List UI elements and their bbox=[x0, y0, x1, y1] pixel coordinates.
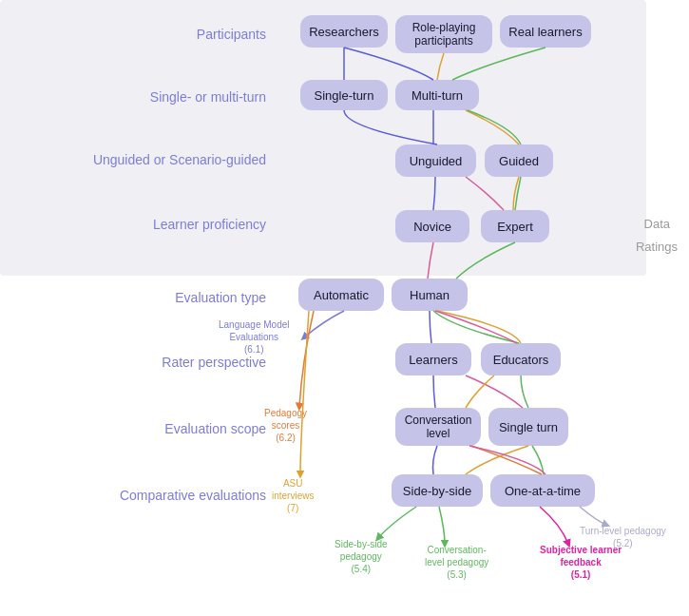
node-single-turn: Single-turn bbox=[300, 80, 388, 110]
node-educators: Educators bbox=[481, 343, 561, 375]
node-conversation-level: Conversationlevel bbox=[395, 408, 481, 446]
annot-turn-pedagogy: Turn-level pedagogy(5.2) bbox=[580, 525, 666, 549]
node-unguided: Unguided bbox=[395, 144, 476, 177]
node-novice: Novice bbox=[395, 210, 469, 242]
node-one-at-a-time: One-at-a-time bbox=[490, 474, 595, 507]
label-ratings: Ratings bbox=[636, 240, 678, 254]
label-data: Data bbox=[644, 217, 670, 231]
label-participants: Participants bbox=[10, 27, 266, 42]
annot-lm-eval: Language ModelEvaluations(6.1) bbox=[219, 318, 290, 356]
annot-asu-interviews: ASUinterviews(7) bbox=[272, 477, 314, 514]
annot-pedagogy-scores: Pedagogyscores(6.2) bbox=[264, 407, 307, 444]
node-expert: Expert bbox=[481, 210, 549, 242]
label-comparative: Comparative evaluations bbox=[10, 488, 266, 503]
annot-side-pedagogy: Side-by-sidepedagogy(5.4) bbox=[335, 538, 388, 575]
node-roleplaying: Role-playingparticipants bbox=[395, 15, 492, 53]
label-eval-scope: Evaluation scope bbox=[10, 421, 266, 436]
label-learner-proficiency: Learner proficiency bbox=[10, 217, 266, 232]
node-researchers: Researchers bbox=[300, 15, 388, 48]
annot-conv-pedagogy: Conversation-level pedagogy(5.3) bbox=[425, 544, 488, 581]
node-guided: Guided bbox=[485, 144, 553, 177]
label-single-multi: Single- or multi-turn bbox=[10, 89, 266, 105]
label-rater-perspective: Rater perspective bbox=[10, 355, 266, 370]
node-single-turn2: Single turn bbox=[488, 408, 568, 446]
node-automatic: Automatic bbox=[298, 279, 384, 311]
label-eval-type: Evaluation type bbox=[10, 290, 266, 305]
node-human: Human bbox=[392, 279, 468, 311]
diagram-container: Participants Single- or multi-turn Ungui… bbox=[0, 0, 689, 616]
node-multi-turn: Multi-turn bbox=[395, 80, 479, 110]
node-real-learners: Real learners bbox=[500, 15, 591, 48]
node-learners: Learners bbox=[395, 343, 471, 375]
node-side-by-side: Side-by-side bbox=[392, 474, 483, 507]
label-unguided-scenario: Unguided or Scenario-guided bbox=[10, 152, 266, 167]
